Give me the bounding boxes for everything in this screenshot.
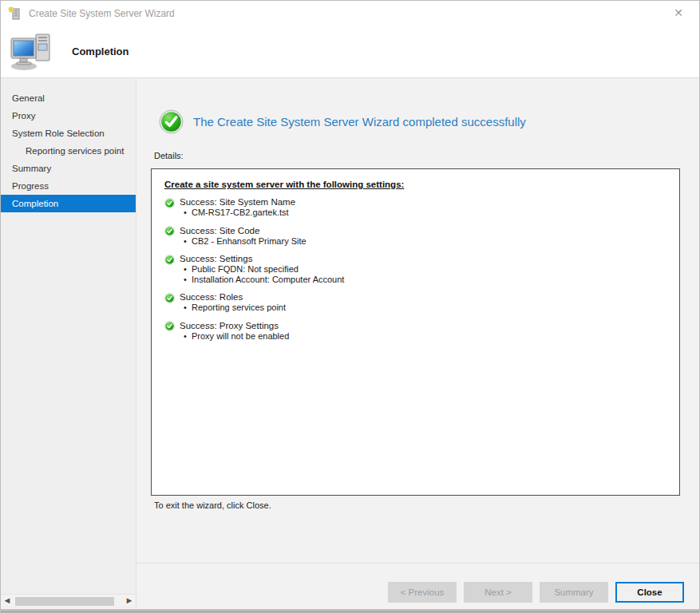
success-check-icon [164, 320, 175, 330]
success-check-icon [164, 254, 175, 264]
wizard-window: Create Site System Server Wizard ✕ Compl… [0, 0, 700, 613]
success-check-icon [164, 225, 175, 235]
bullet-text: Reporting services point [192, 303, 286, 312]
success-check-icon [164, 292, 175, 303]
details-sections: Success: Site System Name•CM-RS17-CB2.ga… [164, 196, 666, 341]
detail-bullet: •Reporting services point [164, 303, 666, 313]
bullet-text: Proxy will not be enabled [192, 331, 289, 341]
sidebar-item-reporting-services-point[interactable]: Reporting services point [1, 142, 136, 160]
sidebar-item-system-role-selection[interactable]: System Role Selection [1, 125, 136, 142]
summary-button: Summary [540, 582, 608, 603]
bullet-icon: • [184, 264, 192, 275]
scrollbar-thumb[interactable] [15, 597, 114, 606]
section-status: Success: Site Code [180, 225, 259, 236]
details-heading: Create a site system server with the fol… [164, 180, 666, 189]
success-check-icon [159, 109, 184, 134]
sidebar-item-summary[interactable]: Summary [1, 160, 136, 177]
window-title: Create Site System Server Wizard [29, 8, 175, 19]
scroll-right-icon[interactable]: ► [123, 595, 136, 607]
footer-bar: < PreviousNext >SummaryClose [136, 563, 699, 612]
bullet-icon: • [184, 303, 192, 313]
close-button[interactable]: Close [615, 582, 684, 603]
page-title: Completion [72, 45, 129, 57]
bullet-icon: • [184, 275, 192, 285]
scrollbar-track[interactable] [14, 596, 123, 606]
details-section: Success: Site System Name•CM-RS17-CB2.ga… [164, 196, 666, 218]
footer-buttons: < PreviousNext >SummaryClose [388, 582, 684, 603]
section-status: Success: Roles [180, 291, 243, 303]
success-check-icon [164, 197, 175, 208]
close-icon[interactable]: ✕ [665, 1, 692, 26]
sidebar-item-progress[interactable]: Progress [1, 177, 136, 195]
detail-bullet: •CB2 - Enhansoft Primary Site [164, 236, 666, 247]
details-box: Create a site system server with the fol… [151, 168, 680, 496]
detail-bullet: •CM-RS17-CB2.gartek.tst [164, 208, 666, 218]
section-status: Success: Settings [180, 253, 252, 264]
titlebar: Create Site System Server Wizard ✕ [1, 1, 699, 26]
detail-bullet: •Public FQDN: Not specified [164, 264, 666, 275]
next-button: Next > [464, 582, 532, 603]
wizard-body: GeneralProxySystem Role SelectionReporti… [1, 79, 699, 612]
bullet-text: Installation Account: Computer Account [192, 275, 344, 284]
details-section: Success: Proxy Settings•Proxy will not b… [164, 320, 666, 342]
window-bottom-edge [1, 608, 699, 612]
bullet-icon: • [184, 208, 192, 218]
bullet-text: Public FQDN: Not specified [192, 264, 299, 274]
section-head: Success: Site Code [164, 225, 666, 236]
section-head: Success: Roles [164, 291, 666, 303]
section-status: Success: Proxy Settings [180, 320, 279, 331]
wizard-steps-sidebar: GeneralProxySystem Role SelectionReporti… [1, 79, 136, 612]
sidebar-item-general[interactable]: General [1, 89, 136, 107]
detail-bullet: •Installation Account: Computer Account [164, 275, 666, 285]
section-head: Success: Site System Name [164, 196, 666, 208]
completion-message: The Create Site System Server Wizard com… [193, 115, 526, 129]
details-section: Success: Site Code•CB2 - Enhansoft Prima… [164, 225, 666, 247]
details-section: Success: Settings•Public FQDN: Not speci… [164, 253, 666, 284]
bullet-text: CM-RS17-CB2.gartek.tst [192, 208, 289, 217]
wizard-header: Completion [1, 26, 699, 78]
result-row: The Create Site System Server Wizard com… [159, 109, 526, 134]
sidebar-item-completion[interactable]: Completion [1, 195, 136, 212]
exit-hint: To exit the wizard, click Close. [154, 500, 271, 510]
sidebar-horizontal-scrollbar[interactable]: ◄ ► [1, 594, 136, 607]
bullet-icon: • [184, 331, 192, 342]
wizard-steps-list: GeneralProxySystem Role SelectionReporti… [1, 89, 136, 212]
previous-button: < Previous [388, 582, 457, 603]
bullet-icon: • [184, 236, 192, 247]
section-status: Success: Site System Name [180, 196, 295, 208]
completion-page: The Create Site System Server Wizard com… [136, 79, 699, 612]
wizard-app-icon [8, 6, 22, 20]
scroll-left-icon[interactable]: ◄ [1, 595, 14, 607]
sidebar-item-proxy[interactable]: Proxy [1, 107, 136, 125]
section-head: Success: Settings [164, 253, 666, 264]
details-section: Success: Roles•Reporting services point [164, 291, 666, 313]
site-system-computers-icon [10, 32, 54, 72]
bullet-text: CB2 - Enhansoft Primary Site [192, 236, 306, 246]
details-label: Details: [154, 151, 184, 160]
section-head: Success: Proxy Settings [164, 320, 666, 331]
detail-bullet: •Proxy will not be enabled [164, 331, 666, 342]
